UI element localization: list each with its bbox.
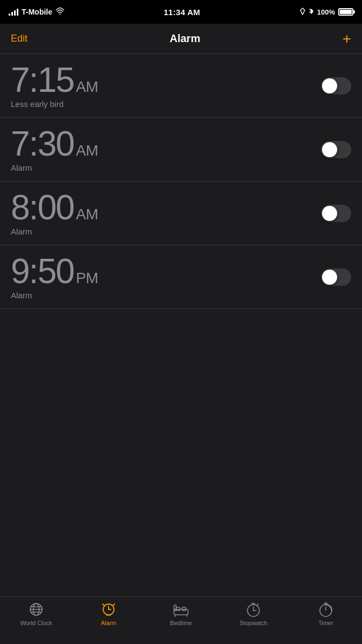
svg-line-9 [103, 604, 104, 606]
alarm-time-row-3: 8:00 AM [11, 190, 98, 225]
tab-world-clock-label: World Clock [20, 620, 52, 626]
toggle-knob-2 [322, 142, 337, 157]
status-left: T-Mobile [9, 8, 64, 16]
status-bar: T-Mobile 11:34 AM 100% [0, 0, 362, 24]
svg-point-0 [59, 14, 61, 15]
toggle-knob-1 [322, 78, 337, 93]
alarm-time-row-4: 9:50 PM [11, 254, 98, 289]
edit-button[interactable]: Edit [11, 33, 28, 44]
alarm-period-4: PM [76, 270, 98, 287]
alarm-label-4: Alarm [11, 291, 98, 300]
alarm-time-row-1: 7:15 AM [11, 63, 98, 97]
tab-alarm[interactable]: Alarm [72, 601, 145, 626]
alarm-info-2: 7:30 AM Alarm [11, 126, 98, 172]
battery-icon [338, 8, 353, 16]
tab-stopwatch[interactable]: Stopwatch [217, 601, 290, 626]
bluetooth-icon [309, 8, 314, 17]
toggle-knob-4 [322, 270, 337, 285]
status-time: 11:34 AM [164, 8, 200, 17]
tab-stopwatch-label: Stopwatch [239, 620, 267, 626]
alarm-toggle-3[interactable] [321, 205, 351, 222]
navigation-bar: Edit Alarm + [0, 24, 362, 54]
location-icon [300, 8, 305, 17]
alarm-item-1[interactable]: 7:15 AM Less early bird [0, 54, 362, 118]
alarm-item-2[interactable]: 7:30 AM Alarm [0, 118, 362, 182]
alarm-item-4[interactable]: 9:50 PM Alarm [0, 245, 362, 309]
tab-timer-label: Timer [318, 620, 333, 626]
tab-bedtime-label: Bedtime [170, 620, 192, 626]
alarm-time-2: 7:30 [11, 126, 74, 161]
alarm-label-2: Alarm [11, 163, 98, 172]
alarm-list: 7:15 AM Less early bird 7:30 AM Alarm 8:… [0, 54, 362, 325]
alarm-info-4: 9:50 PM Alarm [11, 254, 98, 300]
alarm-info-3: 8:00 AM Alarm [11, 190, 98, 236]
page-title: Alarm [170, 32, 200, 45]
world-clock-icon [28, 601, 44, 618]
alarm-toggle-1[interactable] [321, 77, 351, 95]
tab-alarm-label: Alarm [101, 620, 117, 626]
alarm-time-row-2: 7:30 AM [11, 126, 98, 161]
tab-bar: World Clock Alarm [0, 596, 362, 644]
alarm-icon [100, 601, 117, 618]
toggle-knob-3 [322, 206, 337, 221]
svg-rect-13 [176, 607, 180, 611]
status-right: 100% [300, 8, 353, 17]
svg-rect-14 [182, 607, 186, 611]
alarm-label-3: Alarm [11, 227, 98, 236]
tab-timer[interactable]: Timer [290, 601, 362, 626]
alarm-label-1: Less early bird [11, 99, 98, 109]
alarm-period-3: AM [76, 206, 98, 223]
add-alarm-button[interactable]: + [343, 31, 351, 46]
alarm-time-1: 7:15 [11, 63, 74, 97]
alarm-toggle-2[interactable] [321, 141, 351, 158]
svg-line-10 [113, 604, 115, 606]
alarm-time-4: 9:50 [11, 254, 74, 289]
stopwatch-icon [245, 601, 262, 618]
wifi-icon [56, 8, 64, 16]
battery-percent: 100% [317, 8, 335, 16]
carrier-label: T-Mobile [22, 8, 52, 16]
tab-bedtime[interactable]: Bedtime [145, 601, 217, 626]
bedtime-icon [173, 601, 189, 618]
alarm-time-3: 8:00 [11, 190, 74, 225]
alarm-item-3[interactable]: 8:00 AM Alarm [0, 182, 362, 245]
timer-icon [318, 601, 334, 618]
alarm-period-2: AM [76, 142, 98, 159]
alarm-toggle-4[interactable] [321, 269, 351, 286]
alarm-info-1: 7:15 AM Less early bird [11, 63, 98, 109]
empty-area [0, 325, 362, 596]
tab-world-clock[interactable]: World Clock [0, 601, 72, 626]
alarm-period-1: AM [76, 78, 98, 96]
signal-icon [9, 8, 18, 16]
svg-line-23 [257, 604, 258, 606]
